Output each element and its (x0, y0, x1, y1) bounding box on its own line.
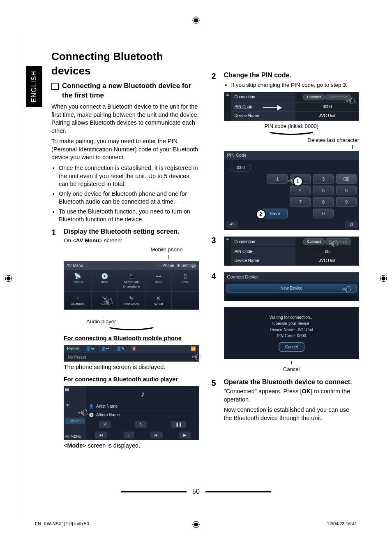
pincode-value: 0000 (295, 102, 359, 111)
bullet-item: Once the connection is established, it i… (59, 164, 199, 188)
keypad-title: PIN Code (224, 151, 360, 160)
usb-icon: ⊷ (146, 273, 171, 280)
key-0: 0 (313, 209, 334, 218)
step-title: Display the Bluetooth setting screen. (64, 227, 199, 236)
artist-icon: 👤 (89, 404, 94, 409)
avmenu-frontaux: ✎Front AUX (118, 292, 145, 309)
window-icon: ⧉ (345, 221, 357, 228)
key-save: Save (262, 209, 288, 218)
page-number: 50 (115, 488, 277, 495)
page-title: Connecting Bluetooth devices (51, 49, 199, 78)
pincode-value: 00 (295, 247, 359, 256)
play-button: ▶ (179, 432, 191, 439)
avmenu-mirrorlink: 📱MirrorLink Smartphone (118, 270, 145, 292)
devicename-value: JVC Unit (295, 256, 359, 265)
intro-bullets: Once the connection is established, it i… (51, 164, 199, 224)
repeat-button: ↻ (135, 421, 147, 428)
connect-device-screenshot: Connect Device New Device ☜ (224, 272, 360, 301)
avmenu-bluetooth: ᚼBluetooth (64, 292, 91, 309)
avmenu-usb: ⊷USB (145, 270, 172, 292)
step-sub-bullet: If you skip changing the PIN code, go to… (231, 81, 360, 89)
crop-mark-left (5, 275, 12, 282)
callout-arrow-icon (263, 104, 284, 111)
disconnect-button: Disconnect (325, 238, 351, 245)
key-3: 3 (313, 174, 334, 184)
swoosh-icon (107, 326, 156, 330)
devicename-label: Device Name (231, 111, 295, 121)
cancel-button: Cancel (279, 342, 304, 352)
crop-mark-top (192, 16, 200, 24)
preset-icon: 👤✎ (113, 345, 128, 353)
avmenu-disc: 💿DISC (91, 270, 118, 292)
svg-rect-7 (7, 277, 10, 280)
waiting-line-2: Operate your device. (230, 320, 354, 327)
step-number: 3 (212, 235, 219, 267)
back-icon: ↶ (226, 221, 238, 228)
audio-player-screenshot: ▮▮ TP Mode AV MENU ♪ 👤Artist Name 💿Album… (64, 386, 199, 440)
avmenu-label: AV MENU (65, 434, 85, 439)
bullet-item: Only one device for Bluetooth phone and … (59, 190, 199, 206)
disc-icon: 💿 (92, 273, 117, 280)
album-icon: 💿 (89, 412, 94, 418)
pincode-label: PIN Code (231, 247, 295, 256)
connection-label: Connection (231, 237, 295, 246)
step-3: 3 ConnectionConnectDisconnect PIN Code00… (212, 235, 360, 267)
prev-button: ⏮ (95, 432, 107, 439)
vin-icon: ⇲ (92, 295, 117, 302)
callout-2: 2 (256, 209, 266, 219)
section-heading: Connecting a new Bluetooth device for th… (51, 81, 199, 100)
play-indicator: ♪ (124, 432, 134, 439)
avmenu-vin: ⇲V-IN (91, 292, 118, 309)
up-triangle-icon (226, 93, 230, 96)
step-5: 5 Operate the Bluetooth device to connec… (212, 378, 360, 425)
pin-initial-caption: PIN code (initial: 0000) (224, 123, 360, 130)
artist-name: Artist Name (96, 404, 118, 409)
preset-icon: 👤⬅ (98, 345, 113, 353)
step-number: 4 (212, 271, 219, 375)
key-delete: ⌫ (336, 174, 357, 184)
key-9: 9 (336, 197, 357, 207)
no-preset-text: No Preset (64, 353, 199, 362)
right-column: 2 Change the PIN code. If you skip chang… (212, 49, 360, 512)
pause-button: ❚❚ (171, 421, 186, 428)
up-triangle-icon (226, 238, 230, 240)
phone-after-text: The phone setting screen is displayed. (64, 363, 199, 371)
waiting-line-3: Device Name: JVC Unit (230, 327, 354, 333)
box-bullet-icon (51, 83, 59, 90)
step-1: 1 Display the Bluetooth setting screen. … (51, 227, 199, 453)
devicename-value: JVC Unit (295, 111, 359, 121)
delete-caption: Deletes last character (224, 137, 360, 144)
audio-after-text: <Mode> screen is displayed. (64, 442, 199, 450)
step-title: Operate the Bluetooth device to connect. (224, 378, 360, 387)
ipod-icon: ▯ (173, 273, 198, 280)
tuner-icon: 📡 (65, 273, 90, 280)
mode-button: Mode (65, 418, 85, 424)
step5-para-2: Now connection is established and you ca… (224, 406, 360, 422)
phone-preset-screenshot: Preset 👤➜ 👤⬅ 👤✎ 🔇 📶 No Preset ☜ (64, 345, 199, 362)
audio-player-label: Audio player (86, 318, 199, 325)
svg-rect-11 (382, 277, 385, 280)
connect-button: Connect (303, 238, 325, 245)
settings-screenshot-2: ConnectionConnectDisconnect PIN Code00 D… (224, 237, 360, 265)
key-6: 6 (336, 186, 357, 195)
preset-icon: 🔇 (128, 345, 140, 353)
keypad-input: 0000 (230, 164, 251, 172)
margin-rule (22, 33, 22, 520)
footer: EN_KW-NSX1[EU].indb 50 12/04/23 16:41 (35, 521, 357, 526)
swoosh-icon (267, 131, 316, 135)
intro-para-1: When you connect a Bluetooth device to t… (51, 103, 199, 135)
bullet-item: To use the Bluetooth function, you need … (59, 208, 199, 224)
settings-screenshot-1: ConnectionConnectDisconnect PIN Code0000… (224, 92, 360, 121)
step5-para-1: "Connected" appears. Press [OK] to confi… (224, 388, 360, 404)
step-2: 2 Change the PIN code. If you skip chang… (212, 71, 360, 232)
step-sub: On <AV Menu> screen: (64, 237, 199, 244)
key-8: 8 (313, 197, 334, 207)
preset-icon: 👤➜ (83, 345, 98, 353)
key-1: 1 (267, 174, 288, 184)
phone-subheading: For connecting a Bluetooth mobile phone (64, 334, 199, 343)
avmenu-tuner: 📡TUNER (64, 270, 91, 292)
step-4: 4 Connect Device New Device ☜ Waiting fo… (212, 271, 360, 375)
key-5: 5 (313, 186, 334, 195)
waiting-line-4: PIN Code: 0000 (230, 333, 354, 339)
svg-rect-3 (194, 19, 198, 22)
